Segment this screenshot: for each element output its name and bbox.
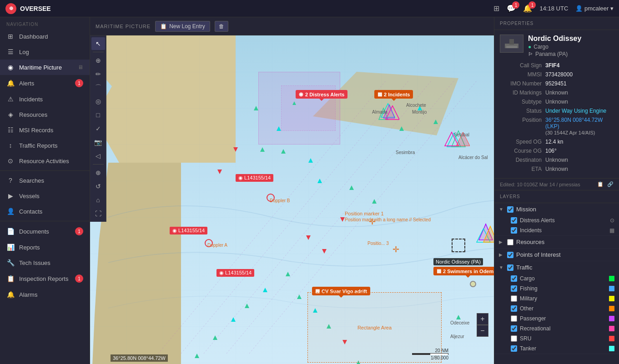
history-tool[interactable]: ↺ — [91, 180, 105, 193]
new-log-entry-button[interactable]: 📋 New Log Entry — [155, 21, 210, 32]
check-tool[interactable]: ✓ — [91, 122, 105, 135]
vessel-marker[interactable] — [245, 304, 249, 308]
layer-group-mission-header[interactable]: ▼ Mission — [494, 203, 619, 215]
sru-checkbox[interactable] — [511, 335, 517, 342]
sidebar-item-searches[interactable]: ? Searches — [0, 173, 90, 188]
notification-icon[interactable]: 🔔 1 — [523, 4, 532, 13]
rect-tool[interactable]: □ — [91, 109, 105, 121]
distress-alerts-pin[interactable]: ◉ 2 Distress Alerts — [296, 90, 347, 99]
layer-group-resources-header[interactable]: ▶ Resources — [494, 236, 619, 248]
distress-alerts-checkbox[interactable] — [511, 217, 517, 224]
sidebar-item-msi-records[interactable]: ☷ MSI Records — [0, 122, 90, 138]
vessel-marker[interactable] — [286, 272, 290, 276]
compass-tool[interactable]: ◎ — [91, 95, 105, 108]
zoom-out-button[interactable]: − — [477, 325, 488, 337]
l143155-pin-2[interactable]: ◉ L143155/14 — [170, 227, 207, 234]
traffic-checkbox[interactable] — [507, 264, 513, 271]
incidents-pin[interactable]: ▦ 2 Incidents — [374, 90, 413, 99]
sidebar-item-log[interactable]: ☰ Log — [0, 44, 90, 60]
zoom-in-tool[interactable]: ⊕ — [91, 166, 105, 179]
sidebar-item-vessels[interactable]: ▶ Vessels — [0, 188, 90, 204]
sidebar-item-maritime-picture[interactable]: ◉ Maritime Picture 🖥 — [0, 60, 90, 75]
vessel-marker[interactable] — [433, 120, 438, 124]
resources-checkbox[interactable] — [507, 239, 513, 245]
sidebar-item-inspection-reports[interactable]: 📋 Inspection Reports 1 — [0, 270, 90, 287]
destination-label: Destinaton — [500, 155, 545, 165]
vessel-marker[interactable] — [213, 335, 217, 340]
sidebar-item-documents[interactable]: 📄 Documents 1 — [0, 223, 90, 239]
sidebar-item-dashboard[interactable]: ⊞ Dashboard — [0, 29, 90, 44]
user-menu[interactable]: 👤 pmcaleer ▾ — [575, 5, 614, 12]
vessel-marker[interactable] — [281, 149, 286, 154]
vessel-marker[interactable] — [322, 249, 327, 254]
sidebar-item-traffic-reports[interactable]: ↕ Traffic Reports — [0, 138, 90, 153]
vessel-marker[interactable] — [233, 147, 238, 152]
vessel-marker[interactable] — [308, 158, 313, 163]
zoom-tool[interactable]: ⊕ — [91, 54, 105, 67]
layer-group-traffic-header[interactable]: ▼ Traffic — [494, 261, 619, 274]
vessel-marker[interactable] — [306, 235, 311, 240]
sidebar-item-tech-issues[interactable]: 🔧 Tech Issues — [0, 255, 90, 270]
vessel-marker[interactable] — [317, 179, 322, 183]
incidents-checkbox[interactable] — [511, 227, 517, 234]
app-logo: ⊕ OVERSEE — [5, 3, 51, 14]
recreational-checkbox[interactable] — [511, 325, 517, 332]
sidebar-item-alarms[interactable]: 🔔 Alarms — [0, 287, 90, 302]
vessel-marker[interactable] — [277, 126, 281, 131]
fishing-checkbox[interactable] — [511, 285, 517, 292]
copy-icon[interactable]: 📋 — [597, 181, 604, 187]
sidebar-item-resource-activities[interactable]: ⊙ Resource Activities — [0, 153, 90, 169]
fullscreen-tool[interactable]: ⛶ — [91, 207, 105, 220]
zoom-in-button[interactable]: + — [477, 313, 488, 325]
map-canvas[interactable]: ↖ ⊕ ✏ ⌒ ◎ □ ✓ 📷 ◁ ⊕ ↺ ⌂ ⛶ — [90, 35, 494, 364]
vessel-cluster-2[interactable] — [443, 124, 470, 153]
cargo-checkbox[interactable] — [511, 275, 517, 282]
sidebar-item-incidents[interactable]: ⚠ Incidents — [0, 91, 90, 107]
speed-value: 12.4 kn — [545, 137, 614, 146]
sidebar-item-alerts[interactable]: 🔔 Alerts 1 — [0, 75, 90, 91]
pos-marker-3-cross[interactable]: ✛ — [393, 244, 399, 254]
home-tool[interactable]: ⌂ — [91, 194, 105, 206]
vessel-marker[interactable] — [372, 199, 377, 204]
vessel-marker-coast[interactable] — [456, 315, 461, 319]
buoy-marker[interactable] — [470, 281, 476, 287]
vessel-marker[interactable] — [399, 126, 404, 131]
swimmers-pin[interactable]: ▦ 2 Swimmers in Odemi... — [433, 267, 494, 275]
military-checkbox[interactable] — [511, 295, 517, 302]
vessel-marker[interactable] — [263, 288, 267, 292]
vessel-marker[interactable] — [349, 185, 354, 190]
camera-tool[interactable]: 📷 — [91, 136, 105, 149]
sidebar-item-resources[interactable]: ◈ Resources — [0, 107, 90, 122]
tanker-checkbox[interactable] — [511, 345, 517, 352]
inspection-badge: 1 — [75, 274, 83, 283]
vessel-marker[interactable] — [195, 354, 199, 358]
vessel-marker[interactable] — [217, 170, 222, 174]
vessel-marker[interactable] — [297, 294, 302, 299]
target-tool[interactable]: ◁ — [91, 150, 105, 162]
other-checkbox[interactable] — [511, 305, 517, 312]
spreadsheet-icon[interactable]: ⊞ — [493, 4, 499, 13]
link-icon[interactable]: 🔗 — [607, 181, 614, 187]
vessel-marker[interactable] — [260, 147, 265, 152]
nordic-odissey-label[interactable]: Nordic Odissey (PA) — [433, 258, 483, 265]
l143155-pin-3[interactable]: ◉ L143155/14 — [216, 269, 254, 277]
vessel-marker[interactable] — [254, 106, 258, 110]
vessel-cluster-odissey[interactable] — [474, 219, 494, 246]
sru-color — [609, 336, 614, 341]
properties-table: Call Sign 3FIF4 MMSI 373428000 IMO Numbe… — [500, 61, 614, 174]
l143155-pin-1[interactable]: ◉ L143155/14 — [236, 174, 273, 182]
layer-group-poi-header[interactable]: ▶ Points of Interest — [494, 249, 619, 261]
vessel-marker[interactable] — [231, 317, 236, 322]
chat-icon[interactable]: 💬 1 — [507, 4, 516, 13]
vessel-marker[interactable] — [340, 217, 345, 222]
passenger-checkbox[interactable] — [511, 315, 517, 322]
select-tool[interactable]: ↖ — [91, 37, 105, 50]
pan-tool[interactable]: ✏ — [91, 68, 105, 80]
delete-button[interactable]: 🗑 — [215, 21, 228, 32]
arc-tool[interactable]: ⌒ — [91, 81, 105, 94]
sidebar-item-contacts[interactable]: 👤 Contacts — [0, 204, 90, 219]
mission-checkbox[interactable] — [507, 206, 513, 213]
sidebar-item-reports[interactable]: 📊 Reports — [0, 239, 90, 255]
vessel-marker[interactable] — [292, 101, 296, 105]
poi-checkbox[interactable] — [507, 252, 513, 258]
